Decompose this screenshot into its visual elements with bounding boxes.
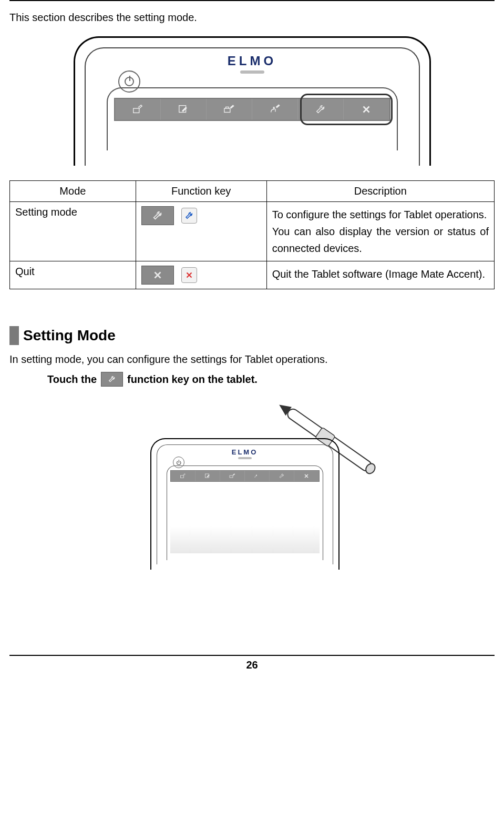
wrench-icon [314, 104, 327, 115]
instruction-part-b: function key on the tablet. [127, 373, 258, 386]
svg-point-6 [364, 462, 377, 475]
modes-table: Mode Function key Description Setting mo… [9, 180, 495, 289]
svg-rect-2 [224, 108, 230, 112]
camera-pen-icon [222, 104, 236, 115]
fnkey-1 [115, 99, 161, 120]
brand-logo: ELMO [107, 54, 398, 68]
th-mode: Mode [10, 181, 136, 202]
fnkey-1 [171, 471, 196, 481]
section-title: Setting Mode [23, 327, 116, 344]
wrench-icon [184, 211, 194, 220]
section-heading: Setting Mode [9, 326, 495, 345]
fnkey-2 [161, 99, 207, 120]
fnkey-wrench [298, 99, 344, 120]
close-key-light [181, 267, 197, 283]
intro-text: This section describes the setting mode. [9, 12, 495, 24]
function-key-row-small [170, 470, 320, 482]
wrench-key-dark [141, 206, 174, 225]
bottom-rule [9, 655, 495, 656]
hand-pen-icon [268, 104, 282, 115]
cell-mode: Quit [10, 261, 136, 289]
edit-icon [177, 104, 190, 115]
svg-rect-7 [180, 475, 183, 478]
th-desc: Description [266, 181, 494, 202]
tablet-figure-small: ELMO ⏻ [126, 397, 378, 576]
fnkey-close [344, 99, 389, 120]
wrench-icon [152, 210, 163, 221]
page-number: 26 [9, 659, 495, 676]
section-body: In setting mode, you can configure the s… [9, 353, 495, 366]
close-icon [184, 270, 194, 280]
close-icon [359, 104, 373, 115]
heading-bar-icon [9, 326, 19, 345]
tablet-figure-large: ELMO [74, 36, 431, 166]
wrench-key-inline [101, 372, 123, 387]
svg-rect-9 [230, 475, 233, 478]
fnkey-wrench [270, 471, 294, 481]
cell-fnkey-setting [136, 202, 266, 261]
table-row: Setting mode To configure the settings f… [10, 202, 495, 261]
tablet-active-area [170, 485, 320, 553]
power-button-small: ⏻ [173, 457, 184, 468]
function-key-row [114, 98, 390, 121]
th-fnkey: Function key [136, 181, 266, 202]
cell-fnkey-quit [136, 261, 266, 289]
fnkey-4 [245, 471, 270, 481]
table-row: Quit Quit the Tablet software (Image Mat… [10, 261, 495, 289]
table-header-row: Mode Function key Description [10, 181, 495, 202]
close-icon [152, 269, 163, 281]
svg-marker-4 [276, 400, 291, 416]
fnkey-3 [207, 99, 252, 120]
cell-mode: Setting mode [10, 202, 136, 261]
wrench-icon [107, 375, 117, 383]
fnkey-3 [220, 471, 245, 481]
cell-desc: Quit the Tablet software (Image Mate Acc… [266, 261, 494, 289]
fnkey-2 [196, 471, 220, 481]
fnkey-close [294, 471, 318, 481]
wrench-key-light [181, 208, 197, 224]
top-rule [9, 0, 495, 1]
close-key-dark [141, 266, 174, 285]
fnkey-4 [252, 99, 298, 120]
instruction-part-a: Touch the [47, 373, 97, 386]
svg-rect-0 [133, 108, 139, 113]
brand-logo-small: ELMO [167, 448, 323, 456]
cell-desc: To configure the settings for Tablet ope… [266, 202, 494, 261]
tablet-pen-icon [131, 104, 145, 115]
instruction-line: Touch the function key on the tablet. [47, 372, 495, 387]
power-icon [125, 77, 134, 86]
